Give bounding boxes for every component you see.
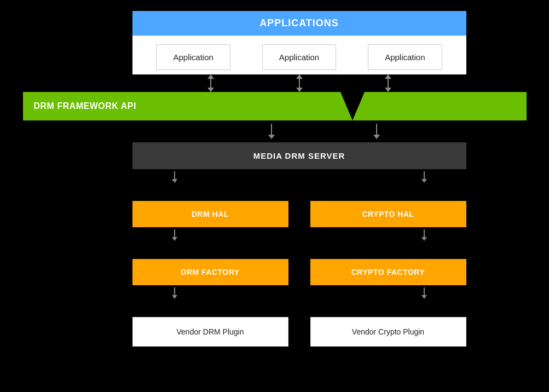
arrow-group	[268, 124, 380, 139]
plugin-row: Vendor DRM Plugin Vendor Crypto Plugin	[132, 317, 466, 347]
arr-up-2	[296, 74, 303, 79]
arr-up-1	[207, 74, 214, 79]
fp-arrow-left	[172, 287, 177, 299]
drm-factory-box: DRM FACTORY	[132, 259, 288, 285]
arr-down-2	[296, 88, 303, 92]
sah	[172, 179, 177, 183]
drm-framework-row: DRM FRAMEWORK API	[23, 92, 527, 120]
fpl2	[424, 287, 425, 295]
diagram-container: APPLICATIONS Application Application App…	[0, 11, 549, 347]
applications-block: APPLICATIONS Application Application App…	[132, 11, 466, 74]
vl	[271, 124, 272, 135]
arrows-apps-to-drm	[132, 74, 466, 92]
framework-to-server-arrows	[23, 120, 527, 142]
sah2	[421, 179, 427, 183]
ah	[268, 135, 275, 139]
vendor-crypto-plugin-box: Vendor Crypto Plugin	[310, 317, 466, 347]
drm-hal-box: DRM HAL	[132, 201, 288, 227]
media-drm-server: MEDIA DRM SERVER	[132, 142, 466, 169]
arr-down-3	[385, 88, 391, 92]
hf-arrow-right	[421, 229, 427, 241]
svl	[174, 171, 175, 179]
crypto-hal-box: CRYPTO HAL	[310, 201, 466, 227]
app-box-3: Application	[368, 44, 442, 70]
arrow-2	[296, 74, 303, 92]
ah2	[373, 135, 380, 139]
vl2	[376, 124, 377, 135]
hal-row: DRM HAL CRYPTO HAL	[132, 201, 466, 227]
factory-row: DRM FACTORY CRYPTO FACTORY	[132, 259, 466, 285]
notch-cutout	[340, 92, 365, 120]
applications-body: Application Application Application	[132, 36, 466, 74]
app-box-1: Application	[156, 44, 230, 70]
arr-up-3	[385, 74, 391, 79]
vendor-drm-plugin-box: Vendor DRM Plugin	[132, 317, 288, 347]
applications-header: APPLICATIONS	[132, 11, 466, 36]
sv-arrow-left	[172, 171, 177, 183]
fp-arrow-right	[421, 287, 427, 299]
hfah2	[421, 237, 427, 241]
arrow-right	[373, 124, 380, 139]
server-to-hal-arrows	[132, 169, 466, 185]
fpah	[172, 295, 177, 299]
arrow-1	[207, 74, 214, 92]
arrow-3	[385, 74, 391, 92]
factory-to-plugin-arrows	[132, 285, 466, 301]
fpl	[174, 287, 175, 295]
hfl2	[424, 229, 425, 237]
crypto-factory-box: CRYPTO FACTORY	[310, 259, 466, 285]
vline-1	[210, 79, 211, 88]
drm-framework-label: DRM FRAMEWORK API	[34, 101, 136, 111]
svl2	[424, 171, 425, 179]
hfah	[172, 237, 177, 241]
hf-arrow-left	[172, 229, 177, 241]
arr-down-1	[207, 88, 214, 92]
fpah2	[421, 295, 427, 299]
app-box-2: Application	[262, 44, 336, 70]
drm-framework-bar: DRM FRAMEWORK API	[23, 92, 527, 120]
hal-to-factory-arrows	[132, 227, 466, 243]
arrow-left	[268, 124, 275, 139]
vline-2	[299, 79, 300, 88]
hfl	[174, 229, 175, 237]
vline-3	[388, 79, 389, 88]
sv-arrow-right	[421, 171, 427, 183]
